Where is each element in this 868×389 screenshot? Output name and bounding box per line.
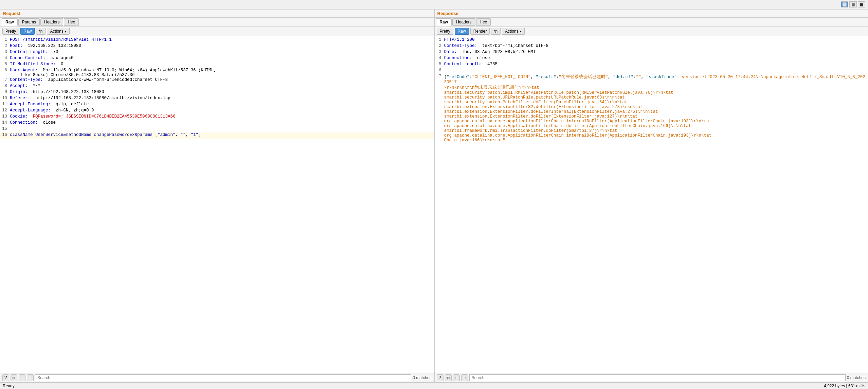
request-line-14: 14 Connection: close bbox=[0, 120, 434, 126]
pretty-btn-response[interactable]: Pretty bbox=[437, 28, 453, 35]
tab-headers-response[interactable]: Headers bbox=[452, 18, 475, 26]
request-line-8: 8 Accept: */* bbox=[0, 84, 434, 90]
actions-label-request: Actions bbox=[50, 29, 63, 34]
actions-label-response: Actions bbox=[505, 29, 518, 34]
search-input-request[interactable] bbox=[35, 374, 411, 381]
request-header: Request bbox=[0, 10, 434, 18]
actions-dropdown-request[interactable]: Actions ▾ bbox=[47, 28, 69, 35]
match-count-response: 0 matches bbox=[847, 375, 866, 380]
request-line-4: 4 Cache-Control: max-age=0 bbox=[0, 56, 434, 62]
status-bar: Ready 4,922 bytes | 631 millis bbox=[0, 383, 868, 389]
n-btn-response[interactable]: \n bbox=[491, 28, 501, 35]
compact-view-btn[interactable]: ▦ bbox=[858, 1, 865, 7]
request-content: 1 POST /smartbi/vision/RMIServlet HTTP/1… bbox=[0, 36, 434, 373]
help-btn-response[interactable]: ? bbox=[437, 374, 444, 381]
tab-hex-response[interactable]: Hex bbox=[476, 18, 491, 26]
response-line-6: 6 bbox=[435, 68, 868, 74]
request-line-2: 2 Host: 192.168.222.133:18080 bbox=[0, 43, 434, 50]
match-count-request: 0 matches bbox=[413, 375, 431, 380]
tab-raw-response[interactable]: Raw bbox=[436, 18, 452, 26]
response-line-7: 7 {"retCode":"CLIENT_USER_NOT_LOGIN", "r… bbox=[435, 74, 868, 143]
response-tabs: Raw Headers Hex bbox=[435, 18, 868, 27]
request-line-12: 12 Accept-Language: zh-CN, zh;q=0.9 bbox=[0, 108, 434, 114]
pretty-btn-request[interactable]: Pretty bbox=[2, 28, 19, 35]
response-bottom-bar: ? ⚙ ← → 0 matches bbox=[435, 373, 868, 382]
request-tabs: Raw Params Headers Hex bbox=[0, 18, 434, 27]
actions-chevron-response: ▾ bbox=[520, 30, 522, 33]
request-line-15: 15 bbox=[0, 126, 434, 132]
request-line-1: 1 POST /smartbi/vision/RMIServlet HTTP/1… bbox=[0, 37, 434, 43]
forward-btn-response[interactable]: → bbox=[461, 374, 468, 381]
actions-chevron-request: ▾ bbox=[65, 30, 67, 33]
tab-hex-request[interactable]: Hex bbox=[64, 18, 78, 26]
response-content: 1 HTTP/1.1 200 2 Content-Type: text/bof-… bbox=[435, 36, 868, 373]
search-input-response[interactable] bbox=[469, 374, 846, 381]
request-toolbar: Pretty Raw \n Actions ▾ bbox=[0, 27, 434, 36]
response-line-5: 5 Content-Length: 4785 bbox=[435, 62, 868, 68]
request-line-13: 13 Cookie: FQPassword=; JSESSIONID=0761D… bbox=[0, 114, 434, 120]
settings-btn-request[interactable]: ⚙ bbox=[11, 374, 17, 381]
n-btn-request[interactable]: \n bbox=[36, 28, 46, 35]
request-line-16: 16 className=UserService&methodName=chan… bbox=[0, 132, 434, 139]
response-line-4: 4 Connection: close bbox=[435, 56, 868, 62]
request-bottom-bar: ? ⚙ ← → 0 matches bbox=[0, 373, 434, 382]
request-panel: Request Raw Params Headers Hex Pretty Ra… bbox=[0, 9, 434, 383]
forward-btn-request[interactable]: → bbox=[27, 374, 34, 381]
response-line-3: 3 Date: Thu, 03 Aug 2023 08:52:26 GMT bbox=[435, 50, 868, 56]
back-btn-response[interactable]: ← bbox=[453, 374, 460, 381]
split-view-btn[interactable]: ⬜ bbox=[841, 1, 848, 7]
tab-params-request[interactable]: Params bbox=[18, 18, 40, 26]
request-line-3: 3 Content-Length: 73 bbox=[0, 50, 434, 56]
raw-btn-request[interactable]: Raw bbox=[20, 28, 35, 35]
response-line-1: 1 HTTP/1.1 200 bbox=[435, 37, 868, 43]
request-line-10: 10 Referer: http://192.168.222.133:18080… bbox=[0, 96, 434, 102]
response-toolbar: Pretty Raw Render \n Actions ▾ bbox=[435, 27, 868, 36]
size-info: 4,922 bytes | 631 millis bbox=[824, 384, 865, 388]
response-panel: Response Raw Headers Hex Pretty Raw Rend… bbox=[434, 9, 868, 383]
raw-btn-response[interactable]: Raw bbox=[455, 28, 469, 35]
settings-btn-response[interactable]: ⚙ bbox=[445, 374, 452, 381]
render-btn-response[interactable]: Render bbox=[470, 28, 490, 35]
request-line-11: 11 Accept-Encoding: gzip, deflate bbox=[0, 102, 434, 108]
request-line-9: 9 Origin: http://192.168.222.133:18080 bbox=[0, 90, 434, 96]
ready-label: Ready bbox=[3, 384, 15, 388]
actions-dropdown-response[interactable]: Actions ▾ bbox=[502, 28, 524, 35]
request-line-5: 5 If-Modified-Since: 0 bbox=[0, 62, 434, 68]
tab-headers-request[interactable]: Headers bbox=[40, 18, 63, 26]
request-line-6: 6 User-Agent: Mozilla/5.0 (Windows NT 10… bbox=[0, 68, 434, 77]
response-line-2: 2 Content-Type: text/bof-rmi;charset=UTF… bbox=[435, 43, 868, 50]
request-line-7: 7 Content-Type: application/x-www-form-u… bbox=[0, 77, 434, 84]
tab-raw-request[interactable]: Raw bbox=[2, 18, 18, 26]
back-btn-request[interactable]: ← bbox=[19, 374, 25, 381]
response-header: Response bbox=[435, 10, 868, 18]
list-view-btn[interactable]: ▤ bbox=[849, 1, 857, 7]
help-btn-request[interactable]: ? bbox=[2, 374, 9, 381]
